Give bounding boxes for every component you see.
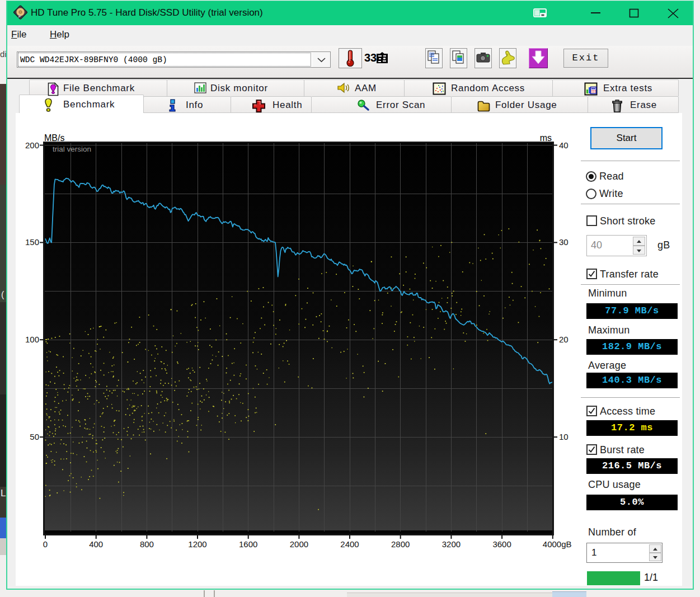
- svg-text:30: 30: [559, 237, 569, 247]
- svg-text:150: 150: [25, 237, 39, 247]
- svg-text:0: 0: [43, 539, 48, 549]
- svg-text:ms: ms: [540, 133, 552, 143]
- svg-text:400: 400: [89, 539, 103, 549]
- svg-text:40: 40: [559, 140, 569, 150]
- svg-text:2000: 2000: [290, 539, 308, 549]
- svg-text:10: 10: [559, 432, 569, 441]
- svg-text:4000gB: 4000gB: [543, 539, 572, 549]
- svg-text:50: 50: [30, 432, 39, 441]
- svg-text:1200: 1200: [188, 539, 206, 549]
- svg-text:200: 200: [25, 140, 39, 150]
- svg-text:800: 800: [140, 539, 154, 549]
- svg-text:100: 100: [25, 335, 39, 344]
- svg-text:20: 20: [559, 335, 569, 344]
- svg-text:trial version: trial version: [53, 145, 91, 153]
- svg-text:MB/s: MB/s: [44, 133, 64, 143]
- svg-text:3200: 3200: [442, 539, 461, 549]
- svg-text:3600: 3600: [492, 539, 511, 549]
- svg-text:2400: 2400: [340, 539, 359, 549]
- svg-text:2800: 2800: [391, 539, 410, 549]
- svg-text:1600: 1600: [239, 539, 257, 549]
